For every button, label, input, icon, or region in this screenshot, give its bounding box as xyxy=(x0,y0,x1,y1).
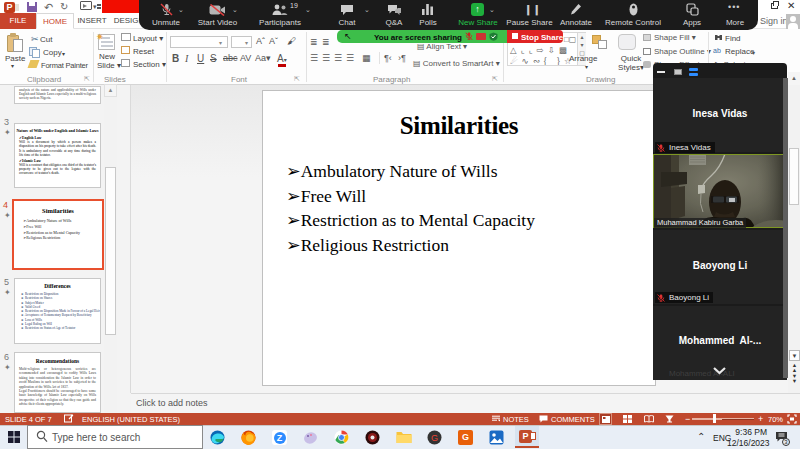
svg-text:G: G xyxy=(431,433,438,443)
